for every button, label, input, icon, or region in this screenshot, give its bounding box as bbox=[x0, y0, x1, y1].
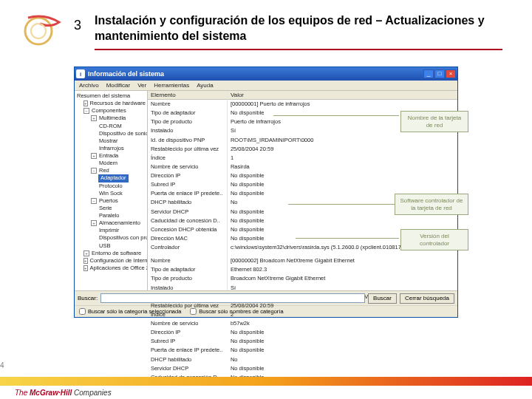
maximize-button[interactable]: □ bbox=[434, 69, 445, 78]
detail-row: No disponible bbox=[228, 328, 457, 337]
detail-row: Ethernet 802.3 bbox=[228, 265, 457, 274]
detail-row: Concesión DHCP obtenida bbox=[148, 225, 227, 234]
detail-row: No disponible bbox=[228, 180, 457, 189]
detail-row: Nombre bbox=[148, 256, 227, 265]
slide-title: Instalación y configuración de los equip… bbox=[95, 13, 502, 50]
collapse-icon[interactable]: − bbox=[83, 108, 89, 114]
detail-row: Instalado bbox=[148, 284, 227, 293]
detail-row: Controlador bbox=[148, 243, 227, 252]
tree-hw[interactable]: Recursos de hardware bbox=[89, 100, 146, 107]
tree-componentes[interactable]: Componentes bbox=[91, 107, 127, 115]
footer-gradient-bar bbox=[0, 377, 532, 386]
system-info-window: i Información del sistema _ □ × Archivo … bbox=[74, 66, 458, 318]
detail-row: Puerta de enlace IP predete.. bbox=[148, 189, 227, 198]
callout-line bbox=[296, 238, 399, 239]
slide-header: 3 Instalación y configuración de los equ… bbox=[0, 0, 532, 55]
detail-row: No disponible bbox=[228, 346, 457, 355]
menu-archivo[interactable]: Archivo bbox=[79, 82, 99, 89]
svg-point-1 bbox=[31, 24, 46, 38]
category-tree[interactable]: Resumen del sistema +Recursos de hardwar… bbox=[75, 91, 148, 290]
detail-row: No bbox=[228, 355, 457, 364]
detail-row: Tipo de producto bbox=[148, 117, 227, 126]
callout-line bbox=[273, 115, 399, 116]
expand-icon[interactable]: + bbox=[83, 100, 88, 106]
detail-row: Nombre de servicio bbox=[148, 163, 227, 171]
screenshot-container: i Información del sistema _ □ × Archivo … bbox=[74, 66, 458, 318]
titlebar[interactable]: i Información del sistema _ □ × bbox=[75, 67, 457, 81]
app-icon: i bbox=[76, 69, 85, 78]
close-button[interactable]: × bbox=[446, 69, 456, 78]
detail-row: Subred IP bbox=[148, 337, 227, 346]
window-title: Información del sistema bbox=[88, 70, 423, 78]
detail-row: 1 bbox=[228, 154, 457, 163]
menu-herramientas[interactable]: Herramientas bbox=[154, 82, 189, 89]
slide-footer: The McGraw·Hill Companies bbox=[0, 377, 532, 399]
detail-row: Restablecido por última vez bbox=[148, 145, 227, 154]
detail-row: Dirección IP bbox=[148, 171, 227, 180]
detail-row: Nombre de servicio bbox=[148, 319, 227, 328]
menu-ver[interactable]: Ver bbox=[137, 82, 146, 89]
detail-row: Servidor DHCP bbox=[148, 364, 227, 373]
detail-row: No disponible bbox=[228, 364, 457, 373]
minimize-button[interactable]: _ bbox=[423, 69, 434, 78]
detail-row: No disponible bbox=[228, 337, 457, 346]
detail-row: Dirección IP bbox=[148, 328, 227, 337]
detail-row: Nombre bbox=[148, 100, 227, 109]
menu-modificar[interactable]: Modificar bbox=[106, 82, 130, 89]
decorative-swirl-icon bbox=[22, 13, 66, 50]
detail-row: Broadcom NetXtreme Gigabit Ethernet bbox=[228, 274, 457, 283]
slide-number: 3 bbox=[74, 18, 81, 33]
menu-ayuda[interactable]: Ayuda bbox=[197, 82, 214, 89]
detail-row: Caducidad de concesión D.. bbox=[148, 216, 227, 225]
svg-point-0 bbox=[25, 18, 52, 44]
detail-row: Sí bbox=[228, 284, 457, 293]
callout-driver-software: Software controlador de la tarjeta de re… bbox=[395, 194, 468, 215]
search-input[interactable] bbox=[100, 293, 365, 303]
tree-root[interactable]: Resumen del sistema bbox=[76, 92, 131, 100]
detail-row: Rasirda bbox=[228, 163, 457, 171]
detail-row: b57w2k bbox=[228, 319, 457, 328]
detail-row: No disponible bbox=[228, 216, 457, 225]
detail-row: Tipo de adaptador bbox=[148, 109, 227, 117]
menubar: Archivo Modificar Ver Herramientas Ayuda bbox=[75, 81, 457, 91]
detail-row: Puerta de enlace IP predete.. bbox=[148, 346, 227, 355]
detail-row: Servidor DHCP bbox=[148, 208, 227, 216]
page-corner-number: 4 bbox=[0, 361, 4, 369]
detail-row: DHCP habilitado bbox=[148, 355, 227, 364]
tree-red[interactable]: Red bbox=[98, 167, 110, 174]
search-button[interactable]: Buscar bbox=[368, 293, 397, 304]
detail-row: Subred IP bbox=[148, 180, 227, 189]
detail-row: Tipo de adaptador bbox=[148, 265, 227, 274]
detail-row: Instalado bbox=[148, 126, 227, 135]
callout-line bbox=[288, 204, 399, 205]
detail-row: [00000002] Broadcom NetXtreme Gigabit Et… bbox=[228, 256, 457, 265]
detail-row: Índice bbox=[148, 154, 227, 163]
clear-search-button[interactable]: Cerrar búsqueda bbox=[400, 293, 454, 304]
search-label: Buscar: bbox=[78, 295, 98, 301]
detail-row: No disponible bbox=[228, 171, 457, 180]
detail-row: ROOT\MS_IRDAMINIPORT\0000 bbox=[228, 136, 457, 145]
detail-row: Dirección MAC bbox=[148, 234, 227, 243]
detail-row: Id. de dispositivo PNP bbox=[148, 136, 227, 145]
opt-selected-category[interactable]: Buscar sólo la categoría seleccionada bbox=[79, 308, 181, 315]
col-value[interactable]: Valor bbox=[228, 91, 457, 100]
callout-driver-version: Versión del controlador bbox=[400, 229, 468, 250]
col-element[interactable]: Elemento bbox=[148, 91, 227, 100]
callout-card-name: Nombre de la tarjeta de red bbox=[400, 111, 468, 132]
opt-category-names[interactable]: Buscar sólo nombres de categoría bbox=[190, 308, 283, 315]
detail-row: 25/08/2004 20:59 bbox=[228, 145, 457, 154]
detail-row: Tipo de producto bbox=[148, 274, 227, 283]
detail-row: DHCP habilitado bbox=[148, 198, 227, 207]
tree-adaptador-selected[interactable]: Adaptador bbox=[98, 174, 129, 182]
detail-row: [00000001] Puerto de infrarrojos bbox=[228, 100, 457, 109]
footer-brand: The McGraw·Hill Companies bbox=[0, 386, 532, 399]
